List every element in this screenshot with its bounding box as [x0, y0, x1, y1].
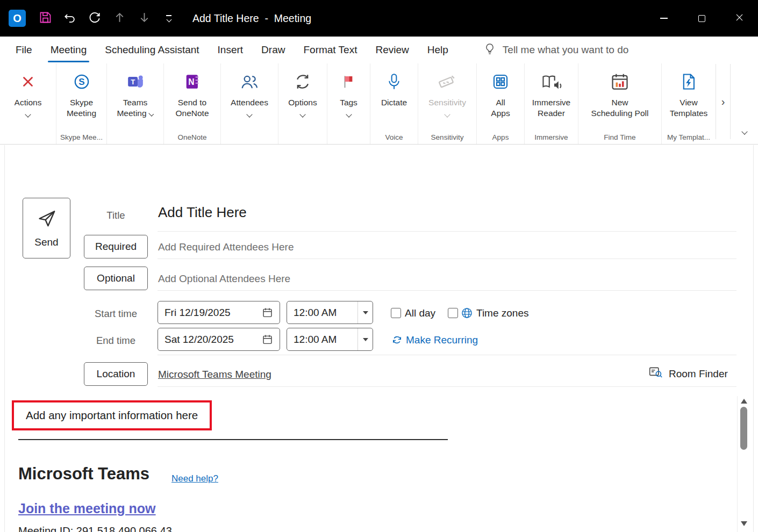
dropdown-arrow-icon[interactable]: [357, 301, 373, 323]
ribbon-overflow-button[interactable]: ›: [716, 64, 731, 139]
minimize-button[interactable]: [645, 0, 683, 37]
optional-button[interactable]: Optional: [84, 267, 148, 290]
send-button[interactable]: Send: [23, 198, 70, 258]
join-meeting-link[interactable]: Join the meeting now: [18, 501, 156, 516]
chevron-down-icon: [741, 128, 747, 134]
room-finder-button[interactable]: Room Finder: [648, 365, 728, 382]
teams-meeting-button[interactable]: T Teams Meeting: [107, 63, 163, 131]
attendees-button[interactable]: Attendees: [221, 63, 278, 131]
ribbon-group-sensitivity: Sensitivity Sensitivity: [418, 63, 477, 144]
calendar-icon[interactable]: [262, 334, 273, 345]
ribbon-group-attendees: Attendees: [221, 63, 278, 144]
all-apps-button[interactable]: All Apps: [477, 63, 524, 131]
customize-quick-access-button[interactable]: [157, 6, 181, 30]
title-input[interactable]: Add Title Here: [158, 204, 247, 221]
tell-me-label: Tell me what you want to do: [503, 44, 628, 56]
ribbon-group-find-time: New Scheduling Poll Find Time: [578, 63, 662, 144]
content-frame-left: [4, 145, 5, 532]
dictate-button[interactable]: Dictate: [370, 63, 418, 131]
group-label: Find Time: [578, 131, 661, 144]
close-button[interactable]: [720, 0, 758, 37]
tab-scheduling-assistant[interactable]: Scheduling Assistant: [96, 37, 208, 63]
options-button[interactable]: Options: [278, 63, 327, 131]
group-label: Skype Mee...: [56, 131, 106, 144]
end-date-input[interactable]: Sat 12/20/2025: [158, 328, 280, 351]
ribbon-tab-bar: File Meeting Scheduling Assistant Insert…: [0, 37, 758, 63]
chevron-down-icon: [346, 112, 352, 118]
up-arrow-icon: [113, 11, 126, 26]
time-zones-checkbox[interactable]: [448, 308, 458, 318]
tab-insert[interactable]: Insert: [209, 37, 253, 63]
button-label: All Apps: [491, 97, 510, 119]
save-button[interactable]: [33, 6, 57, 30]
scroll-thumb[interactable]: [740, 407, 747, 450]
tab-file[interactable]: File: [6, 37, 41, 63]
required-button[interactable]: Required: [84, 235, 148, 258]
group-label: Sensitivity: [418, 131, 476, 144]
immersive-reader-icon: [541, 69, 562, 95]
ribbon-group-teams: T Teams Meeting: [107, 63, 164, 144]
svg-text:N: N: [188, 77, 194, 87]
tags-button[interactable]: Tags: [327, 63, 370, 131]
button-label: Options: [288, 97, 317, 108]
tab-help[interactable]: Help: [418, 37, 457, 63]
teams-icon: T: [126, 69, 145, 95]
row-separator: [158, 386, 736, 387]
immersive-reader-button[interactable]: Immersive Reader: [525, 63, 578, 131]
window-title: Add Title Here - Meeting: [192, 12, 311, 25]
recurring-icon: [391, 334, 403, 348]
actions-button[interactable]: Actions: [0, 63, 56, 131]
view-templates-document-icon: [680, 69, 698, 95]
group-label: My Templat...: [662, 131, 716, 144]
scroll-up-arrow[interactable]: [741, 399, 747, 404]
undo-button[interactable]: [58, 6, 82, 30]
send-to-onenote-button[interactable]: N Send to OneNote: [164, 63, 220, 131]
sensitivity-button[interactable]: Sensitivity: [418, 63, 476, 131]
start-time-value: 12:00 AM: [294, 307, 337, 319]
tab-format-text[interactable]: Format Text: [294, 37, 366, 63]
make-recurring-link[interactable]: Make Recurring: [406, 334, 478, 346]
calendar-icon[interactable]: [262, 307, 273, 318]
skype-icon: S: [73, 69, 91, 95]
body-note-text[interactable]: Add any important information here: [26, 409, 198, 421]
maximize-button[interactable]: [683, 0, 720, 37]
tags-flag-icon: [341, 69, 357, 95]
group-label: [327, 131, 370, 144]
tab-review[interactable]: Review: [366, 37, 418, 63]
new-scheduling-poll-button[interactable]: New Scheduling Poll: [578, 63, 661, 131]
optional-attendees-input[interactable]: Add Optional Attendees Here: [158, 273, 290, 285]
annotation-box: Add any important information here: [12, 400, 212, 430]
start-date-input[interactable]: Fri 12/19/2025: [158, 301, 280, 324]
all-day-checkbox[interactable]: [391, 308, 401, 318]
button-label: Teams Meeting: [117, 98, 147, 118]
content-frame-right: [753, 145, 754, 532]
tab-meeting[interactable]: Meeting: [41, 37, 96, 63]
tab-draw[interactable]: Draw: [252, 37, 294, 63]
all-apps-grid-icon: [491, 69, 510, 95]
group-label: [278, 131, 327, 144]
end-time-dropdown[interactable]: 12:00 AM: [287, 328, 373, 351]
need-help-link[interactable]: Need help?: [171, 473, 218, 484]
redo-button[interactable]: [83, 6, 106, 30]
title-label: Title: [84, 210, 148, 221]
location-link[interactable]: Microsoft Teams Meeting: [158, 369, 271, 380]
row-separator: [158, 258, 736, 259]
save-floppy-icon: [38, 10, 53, 26]
collapse-ribbon-button[interactable]: [738, 125, 752, 139]
minimize-icon: [660, 18, 668, 19]
required-attendees-input[interactable]: Add Required Attendees Here: [158, 241, 294, 253]
dropdown-arrow-icon[interactable]: [357, 328, 373, 350]
titlebar: O Add Titl: [0, 0, 758, 37]
scroll-down-arrow[interactable]: [741, 521, 747, 526]
ribbon-group-my-templates: View Templates My Templat...: [662, 63, 716, 144]
location-button[interactable]: Location: [84, 362, 148, 386]
row-separator: [158, 290, 736, 291]
move-down-button[interactable]: [132, 6, 156, 30]
ribbon: Actions S Skype Meeting Skype Mee... T T…: [0, 63, 758, 145]
view-templates-button[interactable]: View Templates: [662, 63, 716, 131]
outlook-app-icon: O: [9, 10, 26, 27]
move-up-button[interactable]: [108, 6, 131, 30]
start-time-dropdown[interactable]: 12:00 AM: [287, 301, 373, 324]
skype-meeting-button[interactable]: S Skype Meeting: [56, 63, 106, 131]
tell-me-search[interactable]: Tell me what you want to do: [483, 42, 628, 57]
